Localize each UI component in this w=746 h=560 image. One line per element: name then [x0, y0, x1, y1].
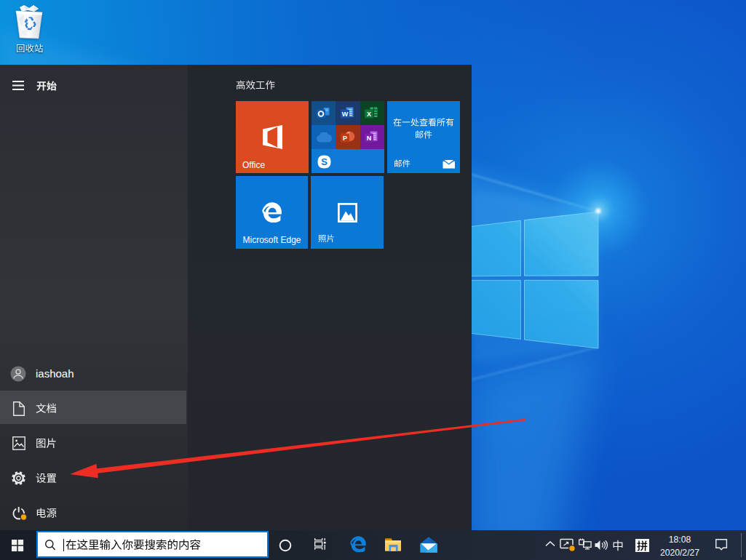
svg-text:X: X	[367, 111, 371, 118]
svg-text:S: S	[321, 156, 328, 167]
svg-text:N: N	[367, 135, 372, 142]
svg-text:W: W	[342, 111, 349, 118]
svg-text:P: P	[343, 135, 347, 142]
